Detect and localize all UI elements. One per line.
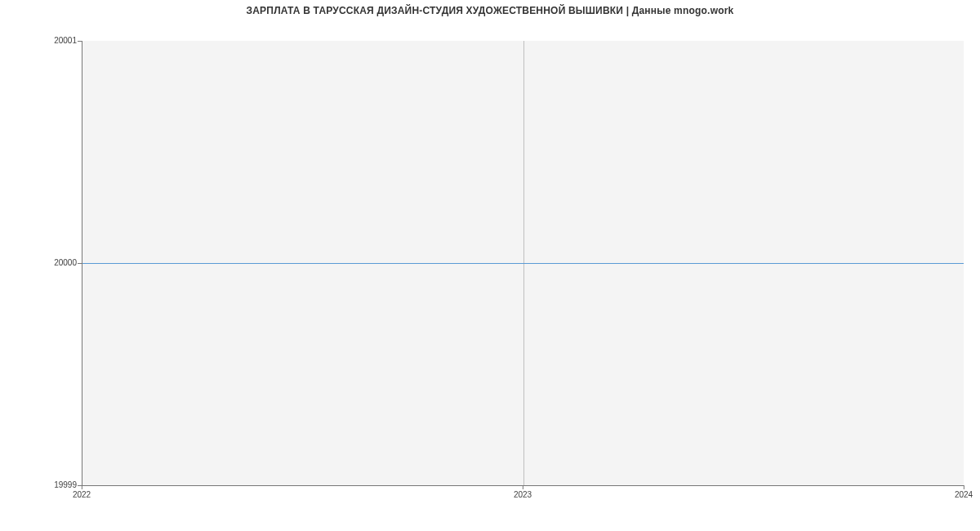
x-tick-1: 2023 xyxy=(514,490,532,499)
x-tick-label: 2024 xyxy=(955,490,973,499)
tick-mark-icon xyxy=(523,485,523,489)
y-tick-label: 20001 xyxy=(54,36,77,45)
y-tick-label: 19999 xyxy=(54,480,77,489)
y-tick-0: 19999 xyxy=(3,480,77,489)
y-tick-1: 20000 xyxy=(3,258,77,267)
plot-area xyxy=(82,41,964,486)
x-tick-label: 2023 xyxy=(514,490,532,499)
x-tick-label: 2022 xyxy=(73,490,91,499)
tick-mark-icon xyxy=(964,485,964,489)
tick-mark-icon xyxy=(82,485,82,489)
chart-title: ЗАРПЛАТА В ТАРУССКАЯ ДИЗАЙН-СТУДИЯ ХУДОЖ… xyxy=(0,5,980,16)
y-tick-label: 20000 xyxy=(54,258,77,267)
y-tick-2: 20001 xyxy=(3,36,77,45)
salary-line-chart: ЗАРПЛАТА В ТАРУССКАЯ ДИЗАЙН-СТУДИЯ ХУДОЖ… xyxy=(0,0,980,531)
x-tick-2: 2024 xyxy=(955,490,973,499)
series-line-salary xyxy=(82,263,964,264)
x-tick-0: 2022 xyxy=(73,490,91,499)
